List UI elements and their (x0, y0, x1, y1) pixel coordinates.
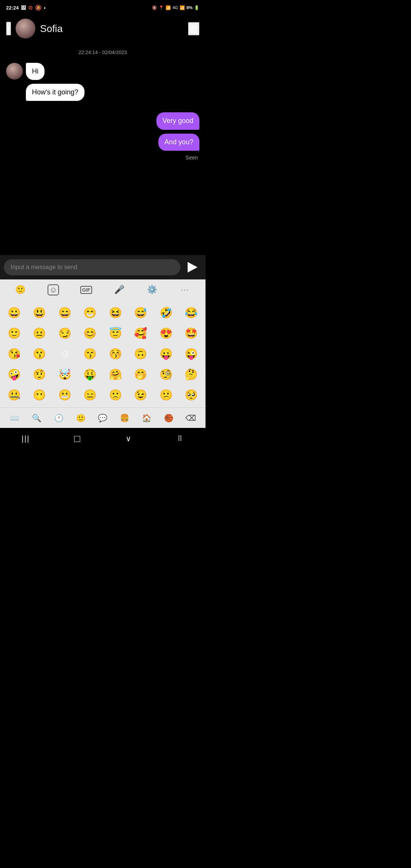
emoji-stuck-out-tongue[interactable]: 😛 (154, 344, 178, 363)
time-display: 22:24 (6, 5, 19, 11)
emoji-expressionless[interactable]: 😑 (78, 385, 102, 404)
back-button[interactable]: ‹ (6, 22, 11, 35)
emoji-grinning[interactable]: 😀 (2, 303, 26, 322)
emoji-slight-smile[interactable]: 🙂 (2, 324, 26, 343)
message-row: And you? (6, 134, 199, 151)
message-bubble-howsitgoing: How's it going? (26, 84, 84, 101)
gif-tab-button[interactable]: GIF (78, 281, 95, 298)
nav-back-button[interactable]: ∨ (117, 431, 140, 446)
bubble-group: How's it going? (26, 84, 84, 101)
contact-avatar[interactable] (16, 19, 35, 38)
emoji-rofl[interactable]: 🤣 (154, 303, 178, 322)
wifi-icon: 📶 (166, 5, 171, 10)
emoji-laughing[interactable]: 😆 (104, 303, 127, 322)
emoji-shushing[interactable]: 🤭 (129, 365, 153, 384)
emoji-grin[interactable]: 😁 (78, 303, 102, 322)
message-bubble-andyou: And you? (158, 134, 199, 151)
emoji-raised-eyebrow[interactable]: 🤨 (28, 365, 52, 384)
message-input[interactable] (4, 259, 180, 275)
emoji-wild[interactable]: 🤪 (2, 365, 26, 384)
more-icon: ··· (181, 286, 189, 294)
app-icon-2: 🔕 (35, 5, 41, 11)
location-icon: 📍 (159, 5, 164, 10)
message-row: Hi (6, 63, 199, 80)
emoji-kissing-heart[interactable]: 😘 (2, 344, 26, 363)
emoji-smile[interactable]: 😄 (53, 303, 77, 322)
settings-tab-button[interactable]: ⚙️ (144, 281, 161, 298)
microphone-icon: 🎤 (114, 285, 124, 295)
nav-grid-button[interactable]: ⠿ (169, 431, 191, 446)
emoji-tab-button[interactable]: 🙂 (12, 281, 29, 298)
chat-header: ‹ Sofia 🗑 (0, 15, 206, 42)
gif-icon: GIF (80, 286, 92, 294)
message-timestamp: 22:24:14 - 02/04/2023 (6, 49, 199, 55)
emoji-no-mouth[interactable]: 😶 (28, 385, 52, 404)
message-row: How's it going? (26, 84, 199, 101)
status-left: 22:24 🖼 ⊙ 🔕 • (6, 5, 46, 11)
send-button[interactable] (183, 258, 202, 276)
bubble-group: And you? (158, 134, 199, 151)
emoji-hugging[interactable]: 🤗 (104, 365, 127, 384)
emoji-innocent[interactable]: 😇 (104, 324, 127, 343)
food-category-button[interactable]: 🍔 (116, 410, 133, 426)
emoji-heart-eyes[interactable]: 😍 (154, 324, 178, 343)
emoji-grimace[interactable]: 😬 (53, 385, 77, 404)
home-square-icon: □ (74, 433, 80, 445)
emoji-smirk[interactable]: 😏 (53, 324, 77, 343)
emoji-kissing-smiling[interactable]: 😙 (78, 344, 102, 363)
nav-home-button[interactable]: □ (66, 431, 89, 446)
sender-avatar[interactable] (6, 63, 23, 80)
more-tab-button[interactable]: ··· (177, 281, 194, 298)
activity-category-button[interactable]: 🏀 (160, 410, 177, 426)
down-chevron-icon: ∨ (126, 434, 131, 443)
emoji-star-struck[interactable]: 🤩 (180, 324, 204, 343)
network-icon: 4G (172, 5, 178, 10)
battery-display: 8% (186, 5, 193, 10)
status-right: 🔇 📍 📶 4G 📶 8% 🔋 (152, 5, 199, 10)
emoji-smiley[interactable]: 😃 (28, 303, 52, 322)
grid-icon: ⠿ (177, 434, 182, 443)
message-bubble-verygood: Very good (156, 112, 199, 129)
navigation-bar: ||| □ ∨ ⠿ (0, 428, 206, 449)
gear-icon: ⚙️ (147, 285, 157, 295)
emoji-category-button[interactable]: 🙂 (72, 410, 89, 426)
emoji-sweat-smile[interactable]: 😅 (129, 303, 153, 322)
emoji-relaxed[interactable]: ☺ (53, 344, 77, 363)
emoji-pleading[interactable]: 🥺 (180, 385, 204, 404)
dot-indicator: • (44, 5, 46, 11)
travel-category-button[interactable]: 🏠 (138, 410, 155, 426)
search-emoji-button[interactable]: 🔍 (29, 410, 45, 426)
emoji-monocle[interactable]: 🧐 (154, 365, 178, 384)
sticker-tab-button[interactable]: ☺ (45, 281, 62, 298)
emoji-slightly-frowning[interactable]: 🙁 (104, 385, 127, 404)
menu-icon: ||| (22, 434, 30, 443)
emoji-kissing-closed[interactable]: 😚 (104, 344, 127, 363)
emoji-wink-tongue[interactable]: 😜 (180, 344, 204, 363)
emoji-winking[interactable]: 😉 (129, 385, 153, 404)
emoji-zipper-mouth[interactable]: 🤐 (2, 385, 26, 404)
emoji-exploding-head[interactable]: 🤯 (53, 365, 77, 384)
emoji-joy[interactable]: 😂 (180, 303, 204, 322)
emoji-kissing[interactable]: 😗 (28, 344, 52, 363)
emoji-upside-down[interactable]: 🙃 (129, 344, 153, 363)
emoji-money-mouth[interactable]: 🤑 (78, 365, 102, 384)
delete-chat-button[interactable]: 🗑 (188, 22, 199, 35)
seen-indicator: Seen (6, 155, 199, 161)
contact-name[interactable]: Sofia (40, 23, 188, 35)
emoji-blush[interactable]: 😊 (78, 324, 102, 343)
chat-area: 22:24:14 - 02/04/2023 Hi How's it going?… (0, 42, 206, 255)
emoji-thinking[interactable]: 🤔 (180, 365, 204, 384)
recent-emoji-button[interactable]: 🕐 (50, 410, 67, 426)
emoji-confused[interactable]: 😕 (154, 385, 178, 404)
message-bubble-hi: Hi (26, 63, 45, 80)
backspace-button[interactable]: ⌫ (182, 410, 199, 426)
mic-tab-button[interactable]: 🎤 (111, 281, 127, 298)
bubble-group: Hi (26, 63, 45, 80)
battery-icon: 🔋 (194, 5, 199, 10)
mute-icon: 🔇 (152, 5, 157, 10)
keyboard-switch-button[interactable]: ⌨️ (6, 410, 23, 426)
emoji-neutral[interactable]: 😐 (28, 324, 52, 343)
emoji-smiling-hearts[interactable]: 🥰 (129, 324, 153, 343)
nav-menu-button[interactable]: ||| (14, 431, 37, 446)
sticker-category-button[interactable]: 💬 (94, 410, 111, 426)
